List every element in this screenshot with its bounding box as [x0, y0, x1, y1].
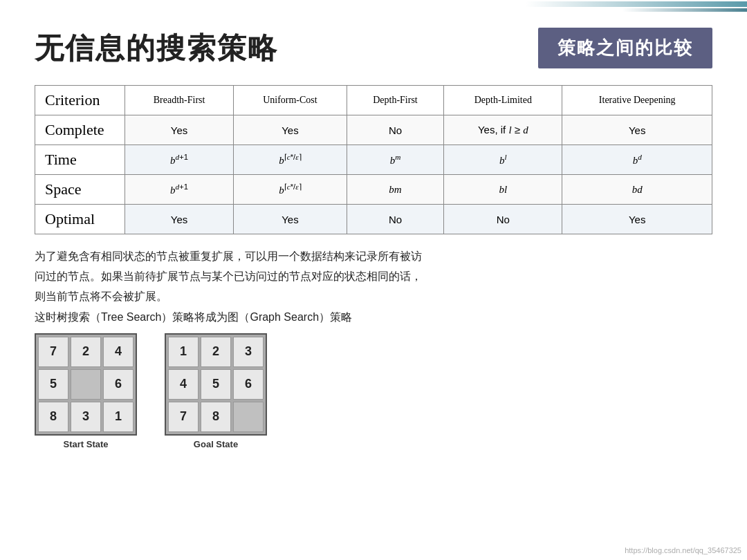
- desc-line-4: 这时树搜索（Tree Search）策略将成为图（Graph Search）策略: [35, 308, 712, 326]
- criterion-complete: Complete: [35, 115, 125, 145]
- cell-space-uc: b⌈c*/ε⌉: [234, 175, 347, 205]
- cell-0-1: 2: [71, 337, 101, 367]
- cell-time-dl: bl: [444, 145, 562, 175]
- cell-g-0-0: 1: [168, 337, 199, 367]
- watermark: https://blog.csdn.net/qq_35467325: [625, 546, 741, 554]
- cell-time-uc: b⌈c*/ε⌉: [234, 145, 347, 175]
- cell-optimal-id: Yes: [562, 205, 712, 234]
- comparison-table: Criterion Breadth-First Uniform-Cost Dep…: [35, 85, 712, 234]
- cell-time-bf: bd+1: [125, 145, 234, 175]
- cell-1-0: 5: [38, 369, 68, 400]
- cell-time-df: bm: [347, 145, 444, 175]
- cell-g-2-0: 7: [168, 402, 199, 432]
- cell-complete-uc: Yes: [234, 115, 347, 145]
- cell-space-dl: bl: [444, 175, 562, 205]
- description-text: 为了避免含有相同状态的节点被重复扩展，可以用一个数据结构来记录所有被访 问过的节…: [35, 247, 712, 326]
- top-bar-2: [622, 8, 747, 12]
- cell-g-1-1: 5: [201, 369, 231, 400]
- main-title: 无信息的搜索策略: [35, 29, 278, 68]
- cell-g-0-1: 2: [201, 337, 231, 367]
- cell-space-id: bd: [562, 175, 712, 205]
- table-row: Space bd+1 b⌈c*/ε⌉ bm bl bd: [35, 175, 712, 205]
- cell-g-1-0: 4: [168, 369, 199, 400]
- cell-complete-dl: Yes, if l ≥ d: [444, 115, 562, 145]
- col-header-criterion: Criterion: [35, 86, 125, 115]
- cell-g-1-2: 6: [233, 369, 264, 400]
- cell-optimal-uc: Yes: [234, 205, 347, 234]
- cell-time-id: bd: [562, 145, 712, 175]
- criterion-optimal: Optimal: [35, 205, 125, 234]
- top-decorative-bars: [526, 0, 747, 12]
- cell-space-df: bm: [347, 175, 444, 205]
- cell-optimal-bf: Yes: [125, 205, 234, 234]
- goal-state-label: Goal State: [194, 439, 238, 449]
- goal-state-grid: 1 2 3 4 5 6 7 8: [165, 333, 267, 436]
- desc-line-2: 问过的节点。如果当前待扩展节点与某个已访问过的节点对应的状态相同的话，: [35, 267, 712, 286]
- desc-line-1: 为了避免含有相同状态的节点被重复扩展，可以用一个数据结构来记录所有被访: [35, 247, 712, 265]
- cell-2-1: 3: [71, 402, 101, 432]
- cell-0-2: 4: [103, 337, 133, 367]
- cell-1-1-empty: [71, 369, 101, 400]
- cell-1-2: 6: [103, 369, 133, 400]
- col-header-breadth-first: Breadth-First: [125, 86, 234, 115]
- desc-line-3: 则当前节点将不会被扩展。: [35, 287, 712, 306]
- cell-g-0-2: 3: [233, 337, 264, 367]
- col-header-iterative-deepening: Iterative Deepening: [562, 86, 712, 115]
- start-state-grid: 7 2 4 5 6 8 3 1: [35, 333, 137, 436]
- cell-optimal-df: No: [347, 205, 444, 234]
- col-header-uniform-cost: Uniform-Cost: [234, 86, 347, 115]
- cell-g-2-1: 8: [201, 402, 231, 432]
- start-state-wrapper: 7 2 4 5 6 8 3 1 Start State: [35, 333, 137, 449]
- col-header-depth-limited: Depth-Limited: [444, 86, 562, 115]
- cell-complete-bf: Yes: [125, 115, 234, 145]
- table-row: Complete Yes Yes No Yes, if l ≥ d Yes: [35, 115, 712, 145]
- subtitle-box: 策略之间的比较: [538, 28, 712, 68]
- cell-optimal-dl: No: [444, 205, 562, 234]
- table-header-row: Criterion Breadth-First Uniform-Cost Dep…: [35, 86, 712, 115]
- goal-state-wrapper: 1 2 3 4 5 6 7 8 Goal State: [165, 333, 267, 449]
- table-row: Time bd+1 b⌈c*/ε⌉ bm bl bd: [35, 145, 712, 175]
- criterion-space: Space: [35, 175, 125, 205]
- cell-complete-df: No: [347, 115, 444, 145]
- cell-2-0: 8: [38, 402, 68, 432]
- table-row: Optimal Yes Yes No No Yes: [35, 205, 712, 234]
- cell-2-2: 1: [103, 402, 133, 432]
- cell-g-2-2-empty: [233, 402, 264, 432]
- puzzle-row: 7 2 4 5 6 8 3 1 Start State 1 2 3 4 5 6 …: [35, 333, 712, 449]
- criterion-time: Time: [35, 145, 125, 175]
- start-state-label: Start State: [63, 439, 108, 449]
- cell-space-bf: bd+1: [125, 175, 234, 205]
- cell-0-0: 7: [38, 337, 68, 367]
- top-bar-1: [526, 1, 747, 7]
- cell-complete-id: Yes: [562, 115, 712, 145]
- title-row: 无信息的搜索策略 策略之间的比较: [35, 28, 712, 68]
- col-header-depth-first: Depth-First: [347, 86, 444, 115]
